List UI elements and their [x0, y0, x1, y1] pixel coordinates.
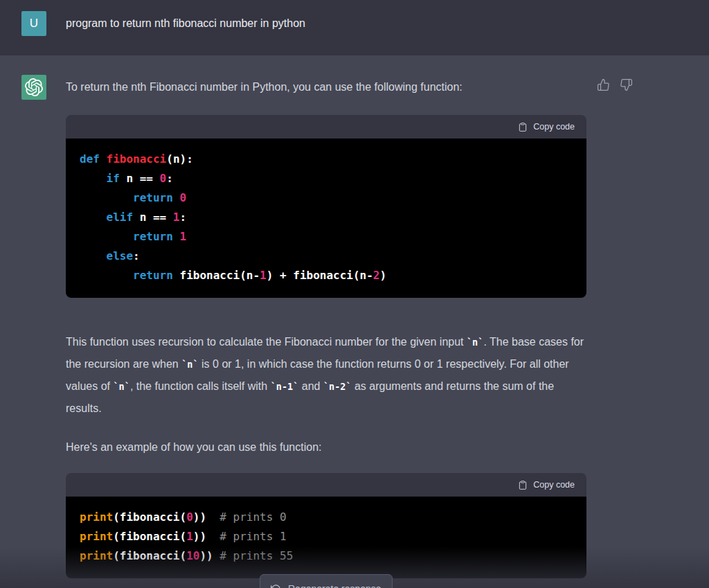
- regenerate-response-button[interactable]: Regenerate response: [260, 574, 393, 588]
- user-message-text: program to return nth fibonacci number i…: [66, 11, 586, 36]
- inline-code: `n`: [181, 359, 198, 370]
- assistant-message-row: To return the nth Fibonacci number in Py…: [0, 55, 709, 588]
- assistant-avatar: [21, 75, 46, 100]
- inline-code: `n`: [467, 337, 483, 348]
- code-line: else:: [80, 247, 573, 266]
- clipboard-icon: [518, 480, 528, 490]
- message-feedback-actions: [597, 75, 633, 93]
- user-avatar-letter: U: [30, 17, 38, 30]
- code-content: def fibonacci(n): if n == 0: return 0 el…: [66, 139, 586, 298]
- code-block-1-header: Copy code: [66, 115, 586, 139]
- assistant-explanation-text: This function uses recursion to calculat…: [66, 331, 586, 420]
- code-block-1: Copy code def fibonacci(n): if n == 0: r…: [66, 115, 586, 298]
- openai-logo-icon: [25, 78, 43, 96]
- code-line: if n == 0:: [80, 169, 573, 188]
- thumbs-down-button[interactable]: [620, 78, 633, 93]
- code-block-2: Copy code print(fibonacci(0)) # prints 0…: [66, 473, 586, 578]
- copy-code-label: Copy code: [533, 122, 575, 132]
- thumbs-down-icon: [620, 78, 633, 91]
- inline-code: `n`: [113, 381, 129, 392]
- code-line: return 1: [80, 227, 573, 247]
- code-line: print(fibonacci(10)) # prints 55: [80, 546, 573, 566]
- thumbs-up-icon: [597, 78, 610, 91]
- user-message-row: U program to return nth fibonacci number…: [0, 0, 709, 55]
- assistant-intro-text: To return the nth Fibonacci number in Py…: [66, 79, 586, 96]
- clipboard-icon: [518, 122, 528, 132]
- thumbs-up-button[interactable]: [597, 78, 610, 93]
- inline-code: `n-2`: [323, 381, 352, 392]
- inline-code: `n-1`: [271, 381, 299, 392]
- code-block-2-header: Copy code: [66, 473, 586, 497]
- code-line: elif n == 1:: [80, 208, 573, 227]
- code-line: print(fibonacci(1)) # prints 1: [80, 527, 573, 546]
- assistant-example-intro-text: Here's an example of how you can use thi…: [66, 436, 586, 458]
- regenerate-response-label: Regenerate response: [288, 583, 382, 588]
- code-line: print(fibonacci(0)) # prints 0: [80, 508, 573, 527]
- code-line: return 0: [80, 188, 573, 208]
- copy-code-label: Copy code: [533, 480, 575, 490]
- code-line: def fibonacci(n):: [80, 150, 573, 169]
- code-content: print(fibonacci(0)) # prints 0print(fibo…: [66, 497, 586, 578]
- code-line: return fibonacci(n-1) + fibonacci(n-2): [80, 266, 573, 285]
- copy-code-button[interactable]: Copy code: [518, 122, 575, 132]
- copy-code-button[interactable]: Copy code: [518, 480, 575, 490]
- refresh-icon: [271, 584, 281, 588]
- user-avatar: U: [21, 11, 46, 36]
